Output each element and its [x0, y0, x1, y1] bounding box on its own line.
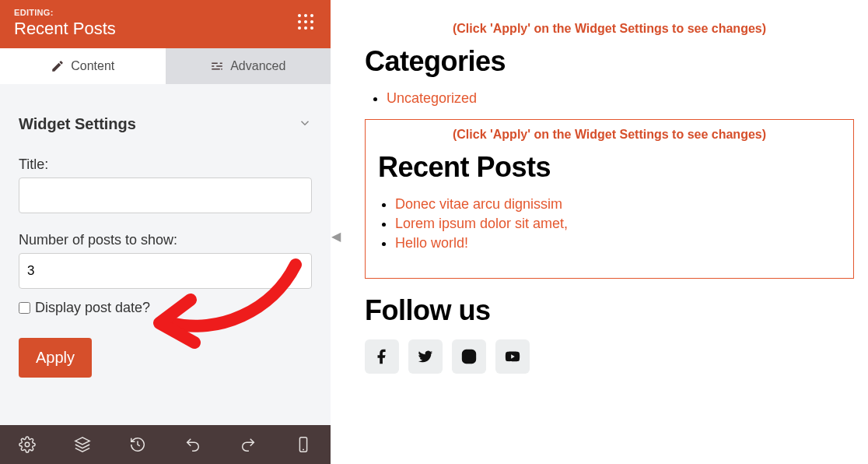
pencil-icon	[51, 59, 65, 73]
post-link[interactable]: Donec vitae arcu dignissim	[395, 196, 562, 212]
title-input[interactable]	[19, 178, 312, 213]
display-date-checkbox[interactable]	[19, 302, 30, 314]
categories-list: Uncategorized	[365, 90, 854, 107]
layers-icon[interactable]	[74, 436, 91, 453]
settings-gear-icon[interactable]	[19, 436, 36, 453]
editor-sidebar: EDITING: Recent Posts Content Advanced W…	[0, 0, 331, 464]
display-date-row[interactable]: Display post date?	[19, 300, 312, 316]
active-widget-highlight: (Click 'Apply' on the Widget Settings to…	[365, 119, 854, 279]
sliders-icon	[210, 59, 224, 73]
count-input[interactable]	[19, 253, 312, 289]
list-item: Hello world!	[395, 235, 845, 251]
editor-tabs: Content Advanced	[0, 48, 331, 84]
count-label: Number of posts to show:	[19, 232, 312, 248]
display-date-label: Display post date?	[35, 300, 150, 316]
svg-point-0	[26, 442, 30, 447]
settings-panel: Widget Settings Title: Number of posts t…	[0, 84, 331, 425]
list-item: Donec vitae arcu dignissim	[395, 196, 845, 213]
tab-content-label: Content	[71, 59, 114, 73]
facebook-button[interactable]	[365, 339, 399, 374]
youtube-icon	[504, 348, 521, 365]
post-link[interactable]: Lorem ipsum dolor sit amet,	[395, 216, 568, 231]
title-label: Title:	[19, 156, 312, 173]
drag-handle-icon[interactable]	[298, 14, 317, 33]
categories-heading: Categories	[365, 45, 854, 78]
svg-marker-1	[75, 438, 89, 445]
twitter-icon	[417, 348, 434, 365]
tab-advanced-label: Advanced	[230, 59, 285, 73]
preview-pane: (Click 'Apply' on the Widget Settings to…	[331, 0, 868, 464]
instagram-button[interactable]	[452, 339, 486, 374]
svg-point-5	[466, 353, 471, 359]
section-toggle[interactable]: Widget Settings	[19, 115, 312, 133]
apply-hint-box: (Click 'Apply' on the Widget Settings to…	[373, 128, 845, 142]
tab-content[interactable]: Content	[0, 48, 166, 84]
editing-label: EDITING:	[14, 8, 317, 17]
social-icons	[365, 339, 854, 374]
widget-title: Recent Posts	[14, 19, 317, 39]
follow-heading: Follow us	[365, 294, 854, 327]
list-item: Uncategorized	[387, 90, 854, 107]
category-link[interactable]: Uncategorized	[387, 90, 477, 106]
undo-icon[interactable]	[184, 436, 201, 453]
editor-bottombar	[0, 425, 331, 464]
recent-posts-list: Donec vitae arcu dignissim Lorem ipsum d…	[373, 196, 845, 251]
mobile-icon[interactable]	[295, 436, 312, 453]
redo-icon[interactable]	[240, 436, 257, 453]
youtube-button[interactable]	[495, 339, 530, 374]
list-item: Lorem ipsum dolor sit amet,	[395, 216, 845, 232]
chevron-down-icon	[298, 116, 312, 133]
apply-hint-top: (Click 'Apply' on the Widget Settings to…	[365, 22, 854, 36]
editor-header: EDITING: Recent Posts	[0, 0, 331, 48]
instagram-icon	[460, 348, 478, 365]
twitter-button[interactable]	[408, 339, 443, 374]
svg-point-6	[472, 352, 474, 353]
facebook-icon	[373, 348, 390, 365]
tab-advanced[interactable]: Advanced	[166, 48, 331, 84]
recent-posts-heading: Recent Posts	[378, 151, 845, 184]
apply-button[interactable]: Apply	[19, 338, 92, 378]
section-title: Widget Settings	[19, 115, 136, 133]
post-link[interactable]: Hello world!	[395, 235, 468, 251]
history-icon[interactable]	[129, 436, 146, 453]
